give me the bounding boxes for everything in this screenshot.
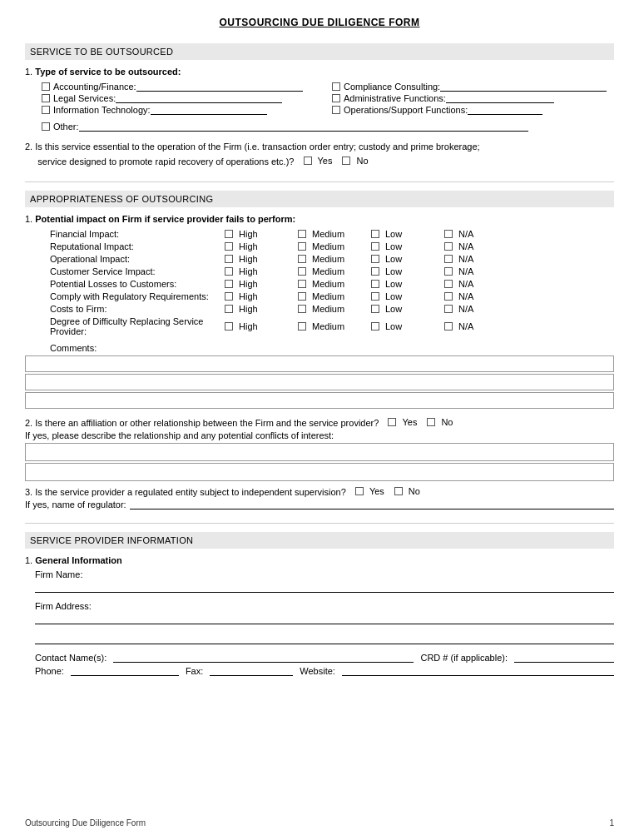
provider-info-section: SERVICE PROVIDER INFORMATION 1. General … <box>25 532 614 676</box>
checkbox-legal[interactable] <box>42 94 50 102</box>
checkbox-other[interactable] <box>42 122 50 131</box>
q2-text-box-2[interactable] <box>25 463 614 481</box>
checkbox-losses-na[interactable] <box>444 280 453 288</box>
impact-row-difficulty: Degree of Difficulty Replacing Service P… <box>50 316 610 336</box>
impact-row-costs: Costs to Firm: High Medium Low N/A <box>50 304 610 314</box>
q2-text-box-1[interactable] <box>25 443 614 461</box>
q2-approp-yes: Yes <box>388 417 417 427</box>
checkbox-approp-q3-yes[interactable] <box>355 487 364 495</box>
q3-approp-yes: Yes <box>355 486 384 496</box>
impact-options-reputational: High Medium Low N/A <box>225 241 503 251</box>
section-header-service: SERVICE TO BE OUTSOURCED <box>25 43 614 60</box>
footer-right: 1 <box>609 818 614 828</box>
q1-service-label: 1. Type of service to be outsourced: <box>25 67 614 77</box>
q2-service: 2. Is this service essential to the oper… <box>25 140 614 168</box>
compliance-field[interactable] <box>440 82 607 92</box>
section-header-provider: SERVICE PROVIDER INFORMATION <box>25 532 614 549</box>
checkbox-regulatory-high[interactable] <box>225 292 233 301</box>
operations-field[interactable] <box>468 105 542 115</box>
fax-field[interactable] <box>210 666 293 676</box>
checkbox-regulatory-medium[interactable] <box>298 292 306 301</box>
checkbox-operations[interactable] <box>332 106 340 114</box>
phone-field[interactable] <box>71 666 179 676</box>
contact-name-field[interactable] <box>113 653 414 663</box>
checkbox-customer-medium[interactable] <box>298 267 306 276</box>
other-field[interactable] <box>79 122 528 132</box>
checkbox-admin[interactable] <box>332 94 340 102</box>
firm-address-block: Firm Address: <box>35 601 614 644</box>
q3-sub-row: If yes, name of regulator: <box>25 500 614 509</box>
checkbox-q2-yes[interactable] <box>304 157 312 165</box>
q2-approp-no: No <box>427 417 453 427</box>
impact-row-potential-losses: Potential Losses to Customers: High Medi… <box>50 279 610 289</box>
checkbox-operational-high[interactable] <box>225 255 233 263</box>
q2-no-item: No <box>342 154 368 168</box>
impact-options-customer-service: High Medium Low N/A <box>225 266 503 276</box>
checkbox-accounting[interactable] <box>42 82 50 91</box>
crd-field[interactable] <box>514 653 614 663</box>
accounting-field[interactable] <box>136 82 303 92</box>
checkbox-losses-high[interactable] <box>225 280 233 288</box>
service-row-legal: Legal Services: <box>42 93 324 103</box>
impact-options-costs: High Medium Low N/A <box>225 304 503 314</box>
checkbox-losses-low[interactable] <box>371 280 379 288</box>
firm-name-field[interactable] <box>35 581 614 593</box>
comments-box-3[interactable] <box>25 392 614 409</box>
checkbox-it[interactable] <box>42 106 50 114</box>
q1-appropriateness-label: 1. Potential impact on Firm if service p… <box>25 214 614 224</box>
checkbox-approp-q2-no[interactable] <box>427 418 435 426</box>
general-info-heading: General Information <box>35 555 122 565</box>
checkbox-customer-high[interactable] <box>225 267 233 276</box>
checkbox-operational-na[interactable] <box>444 255 453 263</box>
checkbox-financial-low[interactable] <box>371 230 379 238</box>
checkbox-q2-no[interactable] <box>342 157 350 165</box>
checkbox-costs-medium[interactable] <box>298 305 306 313</box>
q2-approp-sub: If yes, please describe the relationship… <box>25 430 614 440</box>
financial-medium: Medium <box>298 229 356 239</box>
checkbox-approp-q3-no[interactable] <box>394 487 403 495</box>
firm-address-field-1[interactable] <box>35 613 614 624</box>
firm-name-block: Firm Name: <box>35 569 614 593</box>
checkbox-customer-low[interactable] <box>371 267 379 276</box>
legal-field[interactable] <box>116 93 282 103</box>
it-field[interactable] <box>151 105 267 115</box>
admin-field[interactable] <box>446 93 554 103</box>
checkbox-costs-low[interactable] <box>371 305 379 313</box>
impact-options-difficulty: High Medium Low N/A <box>225 321 503 331</box>
checkbox-customer-na[interactable] <box>444 267 453 276</box>
firm-address-field-2[interactable] <box>35 633 614 644</box>
checkbox-costs-na[interactable] <box>444 305 453 313</box>
regulator-field[interactable] <box>130 500 614 509</box>
checkbox-compliance[interactable] <box>332 82 340 91</box>
checkbox-difficulty-high[interactable] <box>225 322 233 331</box>
checkbox-financial-na[interactable] <box>444 230 453 238</box>
checkbox-reputational-high[interactable] <box>225 242 233 251</box>
checkbox-reputational-medium[interactable] <box>298 242 306 251</box>
service-row-it: Information Technology: <box>42 105 324 115</box>
comments-box-2[interactable] <box>25 374 614 390</box>
financial-high: High <box>225 229 283 239</box>
comments-box-1[interactable] <box>25 355 614 372</box>
checkbox-reputational-low[interactable] <box>371 242 379 251</box>
checkbox-losses-medium[interactable] <box>298 280 306 288</box>
checkbox-regulatory-low[interactable] <box>371 292 379 301</box>
checkbox-operational-low[interactable] <box>371 255 379 263</box>
service-type-col1: Accounting/Finance: Legal Services: Info… <box>42 82 324 117</box>
checkbox-costs-high[interactable] <box>225 305 233 313</box>
checkbox-difficulty-medium[interactable] <box>298 322 306 331</box>
checkbox-reputational-na[interactable] <box>444 242 453 251</box>
checkbox-operational-medium[interactable] <box>298 255 306 263</box>
checkbox-regulatory-na[interactable] <box>444 292 453 301</box>
page-footer: Outsourcing Due Diligence Form 1 <box>25 818 614 828</box>
impact-options-operational: High Medium Low N/A <box>225 254 503 264</box>
website-field[interactable] <box>342 666 614 676</box>
impact-row-operational: Operational Impact: High Medium Low N/A <box>50 254 610 264</box>
checkbox-approp-q2-yes[interactable] <box>388 418 396 426</box>
checkbox-difficulty-low[interactable] <box>371 322 379 331</box>
impact-row-financial: Financial Impact: High Medium Low N/A <box>50 229 610 239</box>
checkbox-financial-high[interactable] <box>225 230 233 238</box>
service-row-other: Other: <box>42 122 614 132</box>
checkbox-difficulty-na[interactable] <box>444 322 453 331</box>
q2-appropriateness: 2. Is there an affiliation or other rela… <box>25 417 614 481</box>
checkbox-financial-medium[interactable] <box>298 230 306 238</box>
